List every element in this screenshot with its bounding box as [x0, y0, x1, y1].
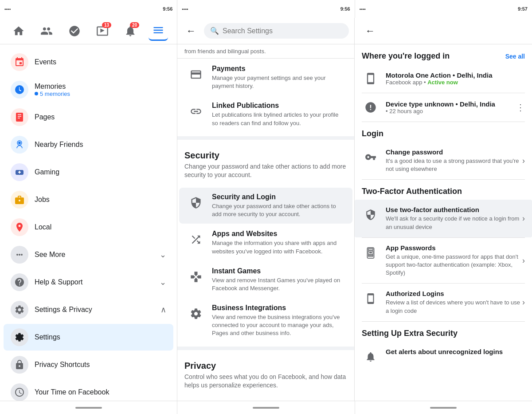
device-2-name: Device type unknown • Delhi, India — [386, 100, 495, 108]
login-section-title: Login — [355, 122, 532, 142]
privacy-shortcuts-label: Privacy Shortcuts — [35, 361, 166, 369]
home-icon-btn[interactable] — [9, 21, 28, 41]
middle-panel: ← 🔍 from friends and bilingual posts. Pa… — [177, 18, 355, 401]
your-time-label: Your Time on Facebook — [35, 388, 166, 396]
authorized-logins-chevron: › — [522, 298, 525, 307]
device-2-info: Device type unknown • Delhi, India • 22 … — [386, 100, 495, 114]
sidebar-item-privacy-shortcuts[interactable]: Privacy Shortcuts — [4, 351, 173, 378]
your-time-icon — [11, 383, 28, 401]
watch-icon-btn[interactable]: 13 — [93, 21, 112, 41]
sidebar-item-jobs[interactable]: Jobs — [4, 186, 173, 213]
groups-icon-btn[interactable] — [65, 21, 84, 41]
authorized-logins-desc: Review a list of devices where you won't… — [386, 299, 522, 315]
get-alerts-item[interactable]: Get alerts about unrecognized logins — [355, 342, 532, 372]
help-support-chevron: ⌄ — [160, 277, 166, 287]
app-passwords-item[interactable]: App Passwords Get a unique, one-time pas… — [355, 238, 532, 284]
change-password-item[interactable]: Change password It's a good idea to use … — [355, 142, 532, 179]
business-integrations-title: Business Integrations — [212, 304, 345, 312]
see-all-button[interactable]: See all — [505, 53, 525, 60]
security-divider — [177, 136, 354, 140]
sidebar-item-memories[interactable]: Memories 5 memories — [4, 76, 173, 103]
settings-privacy-icon — [11, 301, 28, 319]
sidebar-item-local[interactable]: Local — [4, 214, 173, 241]
app-passwords-content: App Passwords Get a unique, one-time pas… — [386, 244, 522, 277]
notifications-icon-btn[interactable]: 20 — [121, 21, 140, 41]
sidebar-item-your-time[interactable]: Your Time on Facebook — [4, 379, 173, 401]
svg-point-7 — [21, 254, 23, 256]
home-bar-2 — [253, 407, 279, 409]
apps-websites-content: Apps and Websites Manage the information… — [212, 230, 345, 255]
get-alerts-content: Get alerts about unrecognized logins — [386, 348, 525, 357]
home-indicator-1 — [0, 401, 177, 414]
instant-games-title: Instant Games — [212, 267, 345, 275]
sidebar-item-settings[interactable]: Settings — [4, 324, 173, 351]
device-2-more[interactable]: ⋮ — [516, 102, 525, 113]
search-input[interactable] — [223, 27, 343, 35]
friends-icon-btn[interactable] — [37, 21, 56, 41]
use-two-factor-item[interactable]: Use two-factor authentication We'll ask … — [355, 200, 532, 237]
settings-item-apps-websites[interactable]: Apps and Websites Manage the information… — [179, 225, 352, 260]
memories-icon — [11, 81, 28, 99]
status-left-1: ▪▪▪▪ — [4, 7, 11, 12]
payments-desc: Manage your payment settings and see you… — [212, 74, 345, 90]
svg-point-5 — [16, 254, 18, 256]
menu-icon-btn[interactable] — [149, 21, 168, 41]
active-now-label: Active now — [427, 79, 458, 86]
settings-privacy-label: Settings & Privacy — [35, 306, 160, 314]
sidebar-item-events[interactable]: Events — [4, 49, 173, 75]
authorized-logins-title: Authorized Logins — [386, 290, 522, 297]
help-support-label: Help & Support — [35, 278, 160, 286]
right-back-button[interactable]: ← — [362, 22, 379, 40]
events-label: Events — [35, 58, 166, 66]
home-indicator-3 — [355, 401, 532, 414]
app-passwords-desc: Get a unique, one-time password for apps… — [386, 253, 522, 277]
settings-item-payments[interactable]: Payments Manage your payment settings an… — [179, 59, 352, 95]
two-factor-title: Two-Factor Authentication — [355, 180, 532, 200]
local-icon — [11, 218, 28, 236]
gaming-icon — [11, 163, 28, 181]
status-bar-3: ▪▪▪▪ 9:57 — [355, 0, 532, 18]
right-header: ← — [355, 18, 532, 44]
change-password-icon — [362, 148, 379, 166]
device-1-name: Motorola One Action • Delhi, India — [386, 71, 493, 79]
sidebar-item-help-support[interactable]: Help & Support ⌄ — [4, 269, 173, 296]
device-1-info: Motorola One Action • Delhi, India Faceb… — [386, 71, 493, 86]
change-password-chevron: › — [522, 156, 525, 166]
left-panel: 13 20 Events — [0, 18, 177, 401]
settings-item-instant-games[interactable]: Instant Games View and remove Instant Ga… — [179, 262, 352, 298]
search-bar[interactable]: 🔍 — [204, 23, 349, 39]
privacy-section: Privacy Control who sees what you do on … — [177, 354, 354, 397]
settings-item-business-integrations[interactable]: Business Integrations View and remove th… — [179, 299, 352, 343]
instant-games-desc: View and remove Instant Games you've pla… — [212, 276, 345, 292]
settings-item-linked-publications[interactable]: Linked Publications Let publications lin… — [179, 96, 352, 132]
privacy-section-title: Privacy — [184, 361, 347, 371]
linked-publications-desc: Let publications link bylined articles t… — [212, 111, 345, 127]
search-icon: 🔍 — [210, 27, 219, 35]
get-alerts-icon — [362, 348, 379, 366]
linked-publications-content: Linked Publications Let publications lin… — [212, 102, 345, 127]
middle-back-button[interactable]: ← — [183, 22, 200, 40]
privacy-section-desc: Control who sees what you do on Facebook… — [184, 373, 347, 390]
security-login-content: Security and Login Change your password … — [212, 193, 345, 218]
status-bar-1: ▪▪▪▪ 9:56 — [0, 0, 177, 18]
sidebar-item-settings-privacy[interactable]: Settings & Privacy ∧ — [4, 296, 173, 323]
linked-publications-title: Linked Publications — [212, 102, 345, 110]
device-item-1[interactable]: Motorola One Action • Delhi, India Faceb… — [355, 64, 532, 93]
see-more-icon — [11, 246, 28, 264]
settings-label: Settings — [35, 333, 166, 341]
settings-item-security-login[interactable]: Security and Login Change your password … — [179, 188, 352, 224]
svg-rect-9 — [369, 252, 372, 253]
sidebar-item-nearby-friends[interactable]: Nearby Friends — [4, 131, 173, 158]
authorized-logins-item[interactable]: Authorized Logins Review a list of devic… — [355, 284, 532, 321]
settings-privacy-chevron: ∧ — [160, 305, 166, 315]
top-truncated-text: from friends and bilingual posts. — [177, 44, 354, 59]
gaming-label: Gaming — [35, 168, 166, 176]
device-item-2[interactable]: Device type unknown • Delhi, India • 22 … — [355, 93, 532, 122]
memories-sublabel: 5 memories — [35, 91, 166, 97]
sidebar-item-pages[interactable]: Pages — [4, 104, 173, 130]
device-2-status: • 22 hours ago — [386, 108, 495, 114]
memories-label: Memories — [35, 83, 166, 91]
sidebar-item-gaming[interactable]: Gaming — [4, 159, 173, 185]
logged-in-header: Where you're logged in See all — [355, 44, 532, 64]
sidebar-item-see-more[interactable]: See More ⌄ — [4, 241, 173, 268]
